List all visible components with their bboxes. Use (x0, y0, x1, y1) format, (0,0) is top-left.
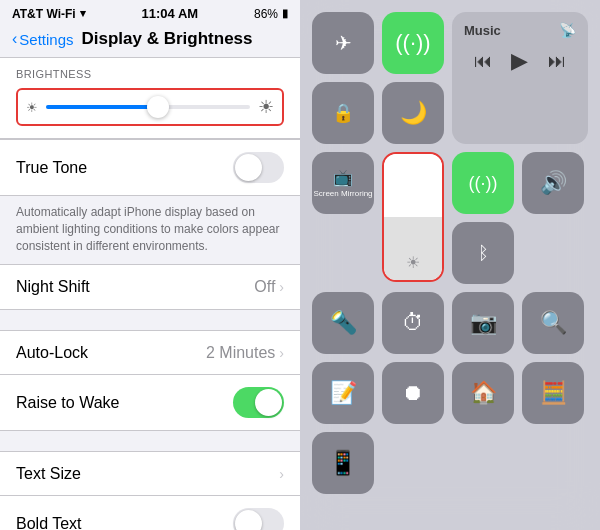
control-center-panel: ✈ ((·)) 🔒 🌙 Music 📡 (300, 0, 600, 530)
night-shift-row[interactable]: Night Shift Off › (0, 265, 300, 309)
night-shift-chevron-icon: › (279, 279, 284, 295)
auto-lock-chevron-icon: › (279, 345, 284, 361)
brightness-section: BRIGHTNESS ☀ ☀ (0, 57, 300, 139)
settings-panel: AT&T Wi-Fi ▾ 11:04 AM 86% ▮ ‹ Settings D… (0, 0, 300, 530)
cc-row-5: 📱 (312, 432, 588, 494)
bold-text-toggle[interactable] (233, 508, 284, 530)
nav-bar: ‹ Settings Display & Brightness (0, 25, 300, 57)
remote-icon: 📱 (328, 449, 358, 477)
status-left: AT&T Wi-Fi ▾ (12, 7, 86, 21)
home-button[interactable]: 🏠 (452, 362, 514, 424)
timer-icon: ⏱ (402, 310, 424, 336)
airplane-icon: ✈ (335, 31, 352, 55)
status-right: 86% ▮ (254, 7, 288, 21)
camera-icon: 📷 (470, 310, 497, 336)
cc-row-4: 📝 ⏺ 🏠 🧮 (312, 362, 588, 424)
bold-text-thumb (235, 510, 262, 530)
auto-lock-card: Auto-Lock 2 Minutes › Raise to Wake (0, 330, 300, 431)
true-tone-toggle[interactable] (233, 152, 284, 183)
brightness-slider-card[interactable]: ☀ (382, 152, 444, 282)
cc-left-col: ✈ ((·)) 🔒 🌙 (312, 12, 444, 144)
back-chevron-icon: ‹ (12, 30, 17, 48)
back-label[interactable]: Settings (19, 31, 73, 48)
music-header: Music 📡 (464, 22, 576, 38)
text-options-card: Text Size › Bold Text (0, 451, 300, 530)
cc-lock-moon-row: 🔒 🌙 (312, 82, 444, 144)
prev-button[interactable]: ⏮ (474, 51, 492, 72)
night-shift-card: Night Shift Off › (0, 264, 300, 310)
night-shift-value: Off › (254, 278, 284, 296)
airplay-icon[interactable]: 📡 (559, 22, 576, 38)
volume-button[interactable]: 🔊 (522, 152, 584, 214)
sun-small-icon: ☀ (26, 100, 38, 115)
carrier-label: AT&T Wi-Fi (12, 7, 76, 21)
remote-button[interactable]: 📱 (312, 432, 374, 494)
wifi-2-button[interactable]: ((·)) (452, 152, 514, 214)
auto-lock-text: 2 Minutes (206, 344, 275, 362)
magnifier-button[interactable]: 🔍 (522, 292, 584, 354)
screen-mirroring-label: Screen Mirroring (313, 189, 372, 199)
notes-button[interactable]: 📝 (312, 362, 374, 424)
cc-right-col: ((·)) ᛒ (452, 152, 514, 284)
cc-row-1: ✈ ((·)) 🔒 🌙 Music 📡 (312, 12, 588, 144)
brightness-track[interactable] (46, 105, 250, 109)
screen-mirroring-icon: 📺 (333, 168, 353, 187)
brightness-label: BRIGHTNESS (16, 68, 284, 80)
wifi-icon: ▾ (80, 7, 86, 20)
screen-mirroring-button[interactable]: 📺 Screen Mirroring (312, 152, 374, 214)
flashlight-button[interactable]: 🔦 (312, 292, 374, 354)
true-tone-card: True Tone (0, 139, 300, 196)
bold-text-label: Bold Text (16, 515, 82, 530)
timer-button[interactable]: ⏱ (382, 292, 444, 354)
raise-to-wake-thumb (255, 389, 282, 416)
next-button[interactable]: ⏭ (548, 51, 566, 72)
true-tone-label: True Tone (16, 159, 87, 177)
battery-icon: ▮ (282, 7, 288, 20)
auto-lock-label: Auto-Lock (16, 344, 88, 362)
text-size-chevron-icon: › (279, 466, 284, 482)
do-not-disturb-button[interactable]: 🌙 (382, 82, 444, 144)
music-card: Music 📡 ⏮ ▶ ⏭ (452, 12, 588, 144)
cc-network-row: ✈ ((·)) (312, 12, 444, 74)
volume-icon: 🔊 (540, 170, 567, 196)
brightness-fill (46, 105, 158, 109)
moon-icon: 🌙 (400, 100, 427, 126)
magnifier-icon: 🔍 (540, 310, 567, 336)
true-tone-description: Automatically adapt iPhone display based… (0, 196, 300, 264)
cc-row-2: 📺 Screen Mirroring ☀ ((·)) ᛒ 🔊 (312, 152, 588, 284)
brightness-thumb[interactable] (147, 96, 169, 118)
bluetooth-button[interactable]: ᛒ (452, 222, 514, 284)
status-bar: AT&T Wi-Fi ▾ 11:04 AM 86% ▮ (0, 0, 300, 25)
camera-button[interactable]: 📷 (452, 292, 514, 354)
calculator-button[interactable]: 🧮 (522, 362, 584, 424)
back-button[interactable]: ‹ Settings (12, 30, 74, 48)
text-size-row[interactable]: Text Size › (0, 452, 300, 496)
voice-memo-button[interactable]: ⏺ (382, 362, 444, 424)
raise-to-wake-row: Raise to Wake (0, 375, 300, 430)
raise-to-wake-label: Raise to Wake (16, 394, 119, 412)
time-label: 11:04 AM (142, 6, 199, 21)
calculator-icon: 🧮 (540, 380, 567, 406)
night-shift-text: Off (254, 278, 275, 296)
night-shift-label: Night Shift (16, 278, 90, 296)
home-icon: 🏠 (470, 380, 497, 406)
wifi-button[interactable]: ((·)) (382, 12, 444, 74)
true-tone-thumb (235, 154, 262, 181)
voice-memo-icon: ⏺ (402, 380, 424, 406)
music-controls: ⏮ ▶ ⏭ (464, 48, 576, 74)
lock-icon: 🔒 (332, 102, 354, 124)
true-tone-row: True Tone (0, 140, 300, 195)
raise-to-wake-toggle[interactable] (233, 387, 284, 418)
bold-text-row: Bold Text (0, 496, 300, 530)
page-title: Display & Brightness (82, 29, 253, 49)
lock-rotation-button[interactable]: 🔒 (312, 82, 374, 144)
play-button[interactable]: ▶ (511, 48, 528, 74)
text-size-label: Text Size (16, 465, 81, 483)
airplane-mode-button[interactable]: ✈ (312, 12, 374, 74)
text-size-value: › (279, 466, 284, 482)
wifi-icon: ((·)) (395, 30, 430, 56)
flashlight-icon: 🔦 (330, 310, 357, 336)
music-title: Music (464, 23, 501, 38)
brightness-slider-row[interactable]: ☀ ☀ (16, 88, 284, 126)
auto-lock-row[interactable]: Auto-Lock 2 Minutes › (0, 331, 300, 375)
